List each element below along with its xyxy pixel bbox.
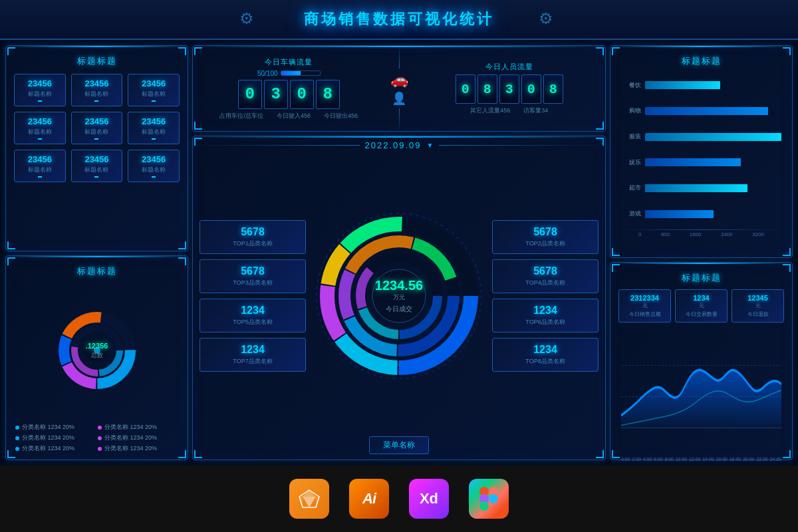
- metric-item-0: 2312334元今日销售总额: [618, 289, 671, 323]
- donut-center-text: 1234.56 万元 今日成交: [375, 278, 423, 314]
- stat-value-4: 23456: [74, 116, 120, 126]
- line-x-label-3: 6:00: [654, 457, 663, 462]
- line-x-label-0: 0:00: [621, 457, 630, 462]
- progress-fill: [281, 71, 301, 75]
- kpi-left-value-2: 1234: [208, 305, 297, 317]
- left-bottom-title: 标题标题: [10, 260, 184, 280]
- stat-item-2: 23456 标题名称: [128, 74, 180, 106]
- person-label: 今日人员流量: [485, 62, 533, 72]
- bar-fill-3: [645, 158, 741, 166]
- vehicle-counter: 0308: [238, 80, 340, 109]
- line-chart-svg: [621, 328, 781, 453]
- metric-unit-1: 元: [678, 302, 724, 309]
- stat-dot-6: [38, 176, 42, 178]
- kpi-right-value-3: 1234: [501, 344, 590, 356]
- bar-label-5: 游戏: [621, 209, 641, 218]
- stat-item-5: 23456 标题名称: [128, 112, 180, 144]
- bar-0: [645, 81, 781, 89]
- legend-text-3: 分类名称 1234 20%: [104, 434, 157, 442]
- person-digit-4: 8: [543, 74, 563, 104]
- bar-fill-5: [645, 210, 714, 218]
- bar-row-1: 购物: [621, 104, 781, 118]
- progress-bar: [281, 70, 321, 76]
- legend-item-1: 分类名称 1234 20%: [98, 423, 178, 432]
- vehicle-digit-0: 0: [238, 80, 262, 109]
- person-digit-3: 0: [521, 74, 541, 104]
- line-x-label-6: 12:00: [689, 457, 701, 462]
- x-label-1: 800: [661, 231, 670, 237]
- bar-label-0: 餐饮: [621, 81, 641, 90]
- kpi-right-value-2: 1234: [501, 305, 590, 317]
- figma-icon[interactable]: [469, 479, 509, 519]
- xd-icon[interactable]: Xd: [409, 479, 449, 519]
- line-x-label-8: 16:00: [716, 457, 728, 462]
- stat-item-0: 23456 标题名称: [14, 74, 66, 106]
- bar-4: [645, 184, 781, 192]
- kpi-left-value-0: 5678: [208, 226, 297, 238]
- gear-icon-left: ⚙: [239, 9, 259, 29]
- stat-dot-7: [94, 176, 98, 178]
- date-arrow[interactable]: ▼: [427, 142, 434, 149]
- bar-row-3: 娱乐: [621, 155, 781, 170]
- menu-label[interactable]: 菜单名称: [369, 436, 429, 454]
- line-x-label-2: 4:00: [643, 457, 652, 462]
- right-top-panel: 标题标题 餐饮 购物 服装 娱乐 超市 游戏 0800160024003: [610, 45, 793, 258]
- bar-chart: 餐饮 购物 服装 娱乐 超市 游戏: [614, 70, 788, 229]
- stat-value-7: 23456: [74, 154, 120, 164]
- legend-dot-5: [98, 447, 102, 451]
- kpi-left-label-2: TOP5品类名称: [208, 318, 297, 327]
- vehicle-sub2: 今日驶入456: [277, 112, 311, 120]
- line-x-label-9: 18:00: [730, 457, 741, 462]
- stat-value-2: 23456: [131, 78, 176, 88]
- donut-sublabel: 总数: [86, 350, 108, 359]
- left-top-panel: 标题标题 23456 标题名称 23456 标题名称 23456 标题名称 23…: [5, 45, 188, 251]
- left-top-title: 标题标题: [10, 50, 184, 70]
- page-title: 商场销售数据可视化统计: [304, 9, 494, 29]
- metric-item-2: 12345元今日退款: [732, 289, 784, 323]
- date-header: 2022.09.09 ▼: [193, 136, 605, 154]
- vehicle-digit-2: 0: [290, 80, 314, 109]
- stat-dot-8: [152, 176, 156, 178]
- kpi-left-value-3: 1234: [208, 344, 297, 356]
- metric-label-0: 今日销售总额: [622, 311, 668, 318]
- kpi-right-value-0: 5678: [501, 226, 590, 238]
- date-line-right: [439, 145, 606, 146]
- stat-dot-0: [38, 100, 42, 102]
- kpi-left-3: 1234TOP7品类名称: [200, 338, 306, 372]
- x-label-0: 0: [638, 231, 641, 237]
- stat-dot-2: [152, 100, 156, 102]
- bar-1: [645, 107, 781, 115]
- bar-row-4: 超市: [621, 181, 781, 196]
- line-chart: 0:002:004:006:008:0010:0012:0014:0016:00…: [614, 325, 788, 456]
- metric-value-2: 12345: [735, 294, 781, 302]
- stat-item-3: 23456 标题名称: [14, 112, 66, 144]
- legend-item-5: 分类名称 1234 20%: [98, 444, 178, 453]
- center-column: 今日车辆流量 50/100 0308 占用车位/总车位 今日驶入456 今日驶出…: [192, 45, 606, 460]
- kpi-list-left: 5678TOP1品类名称5678TOP3品类名称1234TOP5品类名称1234…: [200, 220, 306, 372]
- date-text: 2022.09.09: [365, 140, 422, 150]
- vehicle-section: 今日车辆流量 50/100 0308 占用车位/总车位 今日驶入456 今日驶出…: [193, 46, 385, 131]
- legend-dot-2: [15, 436, 19, 440]
- ai-icon[interactable]: Ai: [349, 479, 389, 519]
- donut-center-value: 1234.56: [375, 278, 423, 293]
- metric-label-1: 今日交易数量: [678, 311, 724, 318]
- stat-label-1: 标题名称: [74, 90, 120, 98]
- bar-fill-4: [645, 184, 747, 192]
- kpi-right-label-0: TOP2品类名称: [501, 239, 590, 248]
- legend-text-4: 分类名称 1234 20%: [22, 444, 74, 453]
- center-content: 5678TOP1品类名称5678TOP3品类名称1234TOP5品类名称1234…: [193, 154, 605, 444]
- kpi-right-2: 1234TOP6品类名称: [492, 299, 598, 332]
- stat-value-1: 23456: [74, 78, 120, 88]
- stat-dot-3: [38, 138, 42, 140]
- stat-item-6: 23456 标题名称: [14, 150, 66, 182]
- bar-row-0: 餐饮: [621, 78, 781, 92]
- donut-value: .12356: [86, 341, 108, 349]
- ai-label: Ai: [362, 490, 376, 507]
- stat-dot-1: [94, 100, 98, 102]
- stat-label-5: 标题名称: [131, 128, 176, 136]
- kpi-right-label-1: TOP4品类名称: [501, 279, 590, 287]
- kpi-list-right: 5678TOP2品类名称5678TOP4品类名称1234TOP6品类名称1234…: [492, 220, 598, 372]
- legend-text-5: 分类名称 1234 20%: [104, 444, 157, 453]
- legend-dot-0: [15, 426, 19, 430]
- sketch-icon[interactable]: [289, 479, 329, 519]
